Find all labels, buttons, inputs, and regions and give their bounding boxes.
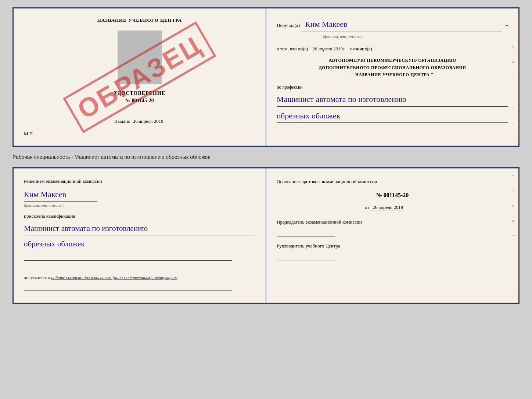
rukovoditel-label: Руководитель учебного Центра bbox=[277, 242, 508, 250]
osnovanie-label: Основание: протокол экзаменационной коми… bbox=[277, 177, 508, 186]
org-line2: ДОПОЛНИТЕЛЬНОГО ПРОФЕССИОНАЛЬНОГО ОБРАЗО… bbox=[277, 64, 508, 71]
completion-date: 26 апреля 2019г. bbox=[311, 45, 347, 53]
qual-line2: обрезных обложек bbox=[24, 238, 255, 251]
org-line1: АВТОНОМНУЮ НЕКОММЕРЧЕСКУЮ ОРГАНИЗАЦИЮ bbox=[277, 57, 508, 64]
school-name-top: НАЗВАНИЕ УЧЕБНОГО ЦЕНТРА bbox=[97, 17, 182, 23]
predsedatel-label: Председатель экзаменационной комиссии bbox=[277, 218, 508, 226]
okonchil-label: окончил(а) bbox=[350, 45, 372, 53]
bottom-name: Ким Макеев bbox=[24, 188, 97, 202]
fio-hint-bottom: (фамилия, имя, отчество) bbox=[24, 202, 90, 209]
rukovoditel-signature-line bbox=[277, 252, 335, 260]
profession-label: по профессии bbox=[277, 83, 508, 91]
resheniem-line: Решением экзаменационной комиссии bbox=[24, 177, 255, 185]
dopusk-text: работе согласно должностным (производств… bbox=[51, 275, 177, 280]
fio-hint-top: (фамилия, имя, отчество) bbox=[306, 33, 380, 40]
dopuskaetsya-line: допускается к работе согласно должностны… bbox=[24, 274, 255, 281]
poluchil-line: Получил(а) Ким Макеев – bbox=[277, 17, 508, 32]
side-dashes: – – и а ← – – – – bbox=[512, 8, 516, 146]
recipient-name: Ким Макеев bbox=[302, 17, 502, 32]
udostoverenie-label: УДОСТОВЕРЕНИЕ bbox=[114, 90, 165, 96]
top-doc-left: НАЗВАНИЕ УЧЕБНОГО ЦЕНТРА УДОСТОВЕРЕНИЕ №… bbox=[14, 8, 266, 146]
dash: – bbox=[506, 21, 508, 30]
bottom-document: Решением экзаменационной комиссии Ким Ма… bbox=[12, 167, 520, 304]
protokol-date: от 26 апреля 2019 – bbox=[277, 203, 508, 211]
profession-line2: обрезных обложек bbox=[277, 109, 508, 123]
org-line3: " НАЗВАНИЕ УЧЕБНОГО ЦЕНТРА " bbox=[277, 71, 508, 78]
vydano-line: Выдано 26 апреля 2019 bbox=[114, 118, 165, 124]
photo-placeholder bbox=[118, 31, 162, 84]
top-doc-right: Получил(а) Ким Макеев – (фамилия, имя, о… bbox=[266, 8, 518, 146]
dopuskaetsya-label: допускается к bbox=[24, 275, 50, 280]
bottom-doc-left: Решением экзаменационной комиссии Ким Ма… bbox=[14, 168, 266, 303]
protokol-ot: от bbox=[365, 204, 369, 210]
bottom-doc-right: Основание: протокол экзаменационной коми… bbox=[266, 168, 518, 303]
org-block: АВТОНОМНУЮ НЕКОММЕРЧЕСКУЮ ОРГАНИЗАЦИЮ ДО… bbox=[277, 57, 508, 78]
blank-line-1 bbox=[24, 254, 232, 261]
predsedatel-block: Председатель экзаменационной комиссии bbox=[277, 218, 508, 236]
top-document: НАЗВАНИЕ УЧЕБНОГО ЦЕНТРА УДОСТОВЕРЕНИЕ №… bbox=[12, 7, 520, 147]
bottom-side-dashes: – – и а ← – – – – bbox=[512, 168, 516, 303]
poluchil-label: Получил(а) bbox=[277, 21, 300, 29]
vydano-date: 26 апреля 2019 bbox=[132, 118, 165, 124]
number-label: № 001145-20 bbox=[125, 98, 154, 104]
predsedatel-signature-line bbox=[277, 228, 335, 236]
protokol-number: № 001145-20 bbox=[277, 190, 508, 201]
subtitle-line: Рабочая специальность - Машинист автомат… bbox=[12, 153, 520, 161]
vydano-text: Выдано bbox=[114, 118, 130, 124]
prisvoena-label: присвоена квалификация bbox=[24, 212, 255, 220]
vtom-label: в том, что он(а) bbox=[277, 45, 308, 53]
protokol-date-val: 26 апреля 2019 bbox=[370, 204, 405, 210]
blank-line-3 bbox=[24, 284, 232, 291]
blank-line-2 bbox=[24, 264, 232, 270]
qual-line1: Машинист автомата по изготовлению bbox=[24, 222, 255, 236]
mp-label: М.П. bbox=[24, 131, 34, 137]
vtom-line: в том, что он(а) 26 апреля 2019г. окончи… bbox=[277, 45, 508, 53]
rukovoditel-block: Руководитель учебного Центра bbox=[277, 242, 508, 260]
profession-line1: Машинист автомата по изготовлению bbox=[277, 92, 508, 106]
